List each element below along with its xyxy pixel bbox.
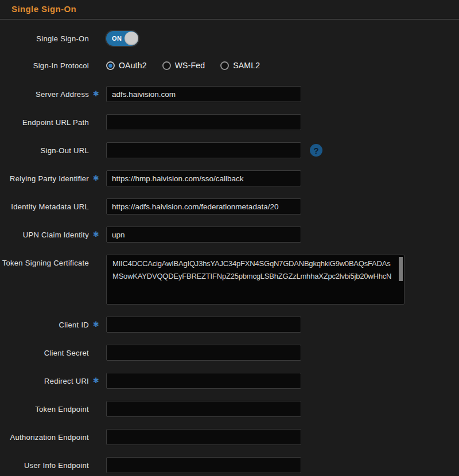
client-id-label: Client ID — [59, 321, 89, 329]
user-info-endpoint-label: User Info Endpoint — [24, 461, 89, 470]
section-header: Single Sign-On — [0, 0, 459, 19]
radio-icon[interactable] — [106, 61, 115, 70]
required-asterisk-icon: ✱ — [93, 321, 99, 328]
client-id-input[interactable] — [106, 317, 301, 333]
row-client-id: Client ID ✱ — [0, 317, 459, 333]
scrollbar-thumb[interactable] — [399, 257, 403, 281]
required-asterisk-icon: ✱ — [93, 377, 99, 384]
label-col: Relying Party Identifier ✱ — [0, 173, 106, 184]
row-upn-claim-identity: UPN Claim Identity ✱ — [0, 227, 459, 243]
client-secret-input[interactable] — [106, 345, 301, 361]
row-server-address: Server Address ✱ — [0, 86, 459, 102]
radio-icon[interactable] — [220, 61, 229, 70]
toggle-on-text: ON — [112, 35, 122, 42]
help-icon[interactable]: ? — [310, 144, 322, 157]
relying-party-identifier-label: Relying Party Identifier — [10, 174, 89, 183]
label-col: Server Address ✱ — [0, 89, 106, 99]
token-endpoint-label: Token Endpoint — [35, 405, 89, 413]
protocol-radio-group: OAuth2 WS-Fed SAML2 — [106, 61, 260, 70]
radio-icon[interactable] — [162, 61, 171, 70]
sso-form: Single Sign-On ON Sign-In Protocol OAuth… — [0, 19, 459, 473]
label-col: Endpoint URL Path — [0, 117, 106, 127]
endpoint-url-path-label: Endpoint URL Path — [22, 118, 89, 127]
radio-option-oauth2[interactable]: OAuth2 — [106, 61, 147, 70]
single-sign-on-label: Single Sign-On — [36, 34, 89, 43]
user-info-endpoint-input[interactable] — [106, 457, 301, 473]
page-title: Single Sign-On — [11, 4, 76, 14]
redirect-uri-label: Redirect URI — [44, 377, 89, 385]
client-secret-label: Client Secret — [44, 349, 89, 357]
label-col: User Info Endpoint — [0, 460, 106, 470]
label-col: Token Signing Certificate — [0, 255, 106, 268]
authorization-endpoint-label: Authorization Endpoint — [10, 433, 89, 442]
row-token-signing-certificate: Token Signing Certificate MIIC4DCCAcigAw… — [0, 255, 459, 305]
identity-metadata-url-input[interactable] — [106, 198, 301, 214]
row-sign-in-protocol: Sign-In Protocol OAuth2 WS-Fed SAML2 — [0, 60, 459, 71]
label-col: Sign-In Protocol — [0, 60, 106, 71]
row-sign-out-url: Sign-Out URL ? — [0, 142, 459, 158]
toggle-knob[interactable] — [125, 32, 138, 45]
label-col: Single Sign-On — [0, 33, 106, 44]
row-authorization-endpoint: Authorization Endpoint — [0, 429, 459, 445]
certificate-text: MIIC4DCCAcigAwIBAgIQJ3hsYAJC34pFXN4SGqN7… — [107, 255, 397, 304]
row-identity-metadata-url: Identity Metadata URL — [0, 198, 459, 214]
row-single-sign-on-toggle: Single Sign-On ON — [0, 31, 459, 46]
redirect-uri-input[interactable] — [106, 373, 301, 389]
radio-option-saml2[interactable]: SAML2 — [220, 61, 260, 70]
upn-claim-identity-label: UPN Claim Identity — [23, 231, 89, 239]
authorization-endpoint-input[interactable] — [106, 429, 301, 445]
label-col: Token Endpoint — [0, 404, 106, 414]
server-address-input[interactable] — [106, 86, 301, 102]
token-signing-certificate-textarea[interactable]: MIIC4DCCAcigAwIBAgIQJ3hsYAJC34pFXN4SGqN7… — [106, 255, 404, 305]
label-col: Authorization Endpoint — [0, 432, 106, 442]
upn-claim-identity-input[interactable] — [106, 227, 301, 243]
sign-out-url-label: Sign-Out URL — [40, 146, 89, 155]
sign-in-protocol-label: Sign-In Protocol — [33, 61, 89, 70]
identity-metadata-url-label: Identity Metadata URL — [11, 202, 89, 211]
label-col: Identity Metadata URL — [0, 201, 106, 212]
radio-label: SAML2 — [233, 61, 260, 70]
endpoint-url-path-input[interactable] — [106, 114, 301, 130]
label-col: Sign-Out URL — [0, 145, 106, 155]
radio-option-ws-fed[interactable]: WS-Fed — [162, 61, 205, 70]
row-redirect-uri: Redirect URI ✱ — [0, 373, 459, 389]
label-col: Redirect URI ✱ — [0, 376, 106, 386]
label-col: Client Secret — [0, 348, 106, 358]
single-sign-on-toggle[interactable]: ON — [106, 31, 138, 46]
token-endpoint-input[interactable] — [106, 401, 301, 417]
radio-label: OAuth2 — [119, 61, 147, 70]
row-relying-party-identifier: Relying Party Identifier ✱ — [0, 170, 459, 186]
required-asterisk-icon: ✱ — [93, 231, 99, 238]
row-user-info-endpoint: User Info Endpoint — [0, 457, 459, 473]
token-signing-certificate-label: Token Signing Certificate — [2, 259, 89, 267]
sign-out-url-input[interactable] — [106, 142, 301, 158]
label-col: UPN Claim Identity ✱ — [0, 229, 106, 240]
label-col: Client ID ✱ — [0, 319, 106, 330]
required-asterisk-icon: ✱ — [93, 90, 99, 97]
relying-party-identifier-input[interactable] — [106, 170, 301, 186]
server-address-label: Server Address — [36, 90, 89, 99]
radio-label: WS-Fed — [175, 61, 205, 70]
row-token-endpoint: Token Endpoint — [0, 401, 459, 417]
row-client-secret: Client Secret — [0, 345, 459, 361]
row-endpoint-url-path: Endpoint URL Path — [0, 114, 459, 130]
required-asterisk-icon: ✱ — [93, 174, 99, 182]
